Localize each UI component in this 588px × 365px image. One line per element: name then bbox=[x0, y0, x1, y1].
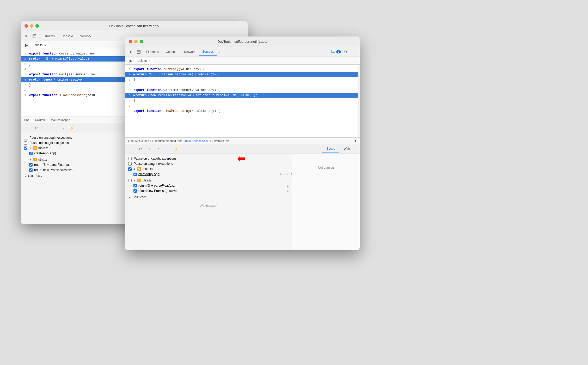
step-into-back[interactable]: ↓ bbox=[42, 125, 48, 131]
exception-caught-checkbox-back[interactable] bbox=[24, 141, 27, 145]
exception-uncaught-checkbox-back[interactable] bbox=[24, 136, 27, 139]
exception-caught-checkbox-front[interactable] bbox=[128, 162, 132, 166]
panel-toggle-front[interactable]: ▶ bbox=[127, 57, 134, 64]
bp-return1-line-front: 2 bbox=[287, 184, 289, 187]
file-tab-utils-back[interactable]: utils.ts ✕ bbox=[31, 42, 49, 48]
step-out-front[interactable]: ↑ bbox=[155, 145, 162, 152]
bp-return1-checkbox-front[interactable] bbox=[133, 184, 137, 187]
file-tab-bar-front: ▶ utils.ts ✕ bbox=[125, 57, 360, 65]
call-stack-header-front[interactable]: ▼ Call Stack bbox=[125, 194, 292, 200]
step-over-back[interactable]: ↩ bbox=[33, 125, 40, 131]
title-bar-back: DevTools - coffee-cart.netlify.app/ bbox=[21, 21, 248, 31]
maximize-button-front[interactable] bbox=[140, 40, 143, 43]
bp-return1-label-back: return '$' + parseFloat(va... bbox=[34, 163, 71, 167]
minimize-button-back[interactable] bbox=[30, 24, 33, 28]
step-out-back[interactable]: ↑ bbox=[51, 125, 57, 131]
file-tab-close-front[interactable]: ✕ bbox=[148, 59, 150, 62]
deactivate-front[interactable]: ⚡ bbox=[173, 145, 179, 152]
not-paused-front: Not paused bbox=[125, 200, 292, 212]
code-line-9-front: 9 export function slowProcessing(results… bbox=[125, 108, 358, 114]
scope-tab[interactable]: Scope bbox=[322, 145, 339, 153]
deactivate-back[interactable]: ⚡ bbox=[68, 125, 75, 131]
tab-elements-front[interactable]: Elements bbox=[143, 48, 162, 55]
tab-right-icons-front: 1 ⚙ ⋮ bbox=[331, 48, 358, 56]
bp-createapp-checkbox-back[interactable] bbox=[29, 152, 33, 155]
chevron-main-front: ▼ bbox=[133, 168, 136, 171]
chat-icon bbox=[331, 50, 335, 54]
tab-network-back[interactable]: Network bbox=[77, 33, 94, 40]
dock-icon[interactable] bbox=[31, 33, 38, 40]
left-panel-front: Pause on uncaught exceptions Pause on ca… bbox=[125, 154, 292, 250]
tab-console-back[interactable]: Console bbox=[58, 33, 76, 40]
bp-return2-label-front: return new Promise(resolve... bbox=[138, 189, 179, 193]
remove-icon[interactable]: ✕ bbox=[283, 172, 286, 176]
code-line-8-front: 8 bbox=[125, 103, 358, 108]
minimize-button-front[interactable] bbox=[134, 40, 138, 43]
exception-uncaught-checkbox-front[interactable] bbox=[128, 157, 132, 160]
bp-return2-line-front: 6 bbox=[287, 189, 289, 192]
tab-more-front[interactable]: » bbox=[217, 49, 222, 55]
bp-return2-checkbox-back[interactable] bbox=[29, 168, 33, 172]
continue-back[interactable]: → bbox=[59, 125, 66, 131]
bp-createapp-label-front: createApp(App) bbox=[138, 172, 160, 176]
tab-sources-front[interactable]: Sources bbox=[199, 48, 217, 56]
tab-console-front[interactable]: Console bbox=[163, 48, 180, 55]
settings-icon-front[interactable]: ⚙ bbox=[342, 48, 349, 56]
exception-uncaught-front: Pause on uncaught exceptions bbox=[125, 156, 292, 161]
chevron-utils-front: ▼ bbox=[133, 179, 136, 182]
expand-btn-front[interactable]: ⬇ bbox=[354, 139, 357, 143]
code-line-7-front: 7 } bbox=[125, 98, 358, 103]
close-button-front[interactable] bbox=[129, 40, 132, 43]
scrollbar-front[interactable] bbox=[358, 65, 360, 137]
code-area-front: 1 export function currency(value: any) {… bbox=[125, 65, 358, 137]
bp-item-return1-front: return '$' + parseFloat(va... 2 bbox=[125, 183, 292, 188]
editor-area-front: 1 export function currency(value: any) {… bbox=[125, 65, 360, 138]
more-icon-front[interactable]: ⋮ bbox=[350, 48, 358, 56]
bp-utils-checkbox-front[interactable] bbox=[128, 179, 132, 182]
bp-createapp-line-front: 7 bbox=[287, 173, 289, 176]
maximize-button-back[interactable] bbox=[35, 24, 39, 28]
window-body-front: Elements Console Network Sources » 1 ⚙ ⋮… bbox=[125, 47, 360, 250]
tab-elements-back[interactable]: Elements bbox=[39, 33, 58, 40]
window-title-front: DevTools - coffee-cart.netlify.app/ bbox=[217, 40, 267, 44]
chevron-callstack-back: ▼ bbox=[24, 175, 27, 178]
step-into-front[interactable]: ↓ bbox=[146, 145, 153, 152]
file-tab-close-back[interactable]: ✕ bbox=[44, 44, 46, 47]
bp-utils-checkbox-back[interactable] bbox=[24, 158, 27, 161]
chat-badge-area: 1 bbox=[331, 50, 341, 54]
bp-main-checkbox-back[interactable] bbox=[24, 147, 27, 150]
svg-rect-0 bbox=[33, 35, 36, 38]
bp-item-return2-front: return new Promise(resolve... 6 bbox=[125, 188, 292, 193]
bp-section-main-header-front[interactable]: ▼ ⬡ main.ts bbox=[125, 166, 292, 172]
dock-icon-front[interactable] bbox=[135, 48, 142, 56]
bp-return1-checkbox-back[interactable] bbox=[29, 163, 33, 167]
exception-caught-label-front: Pause on caught exceptions bbox=[134, 162, 173, 166]
file-tab-utils-front[interactable]: utils.ts ✕ bbox=[135, 58, 153, 64]
cursor-icon-front[interactable] bbox=[127, 48, 134, 56]
step-over-front[interactable]: ↩ bbox=[137, 145, 144, 152]
close-button-back[interactable] bbox=[24, 24, 28, 28]
panel-toggle-back[interactable]: ▶ bbox=[23, 41, 30, 49]
title-bar-front: DevTools - coffee-cart.netlify.app/ bbox=[125, 36, 360, 47]
pause-btn-front[interactable]: ⏸ bbox=[128, 145, 135, 152]
bp-section-utils-front: ▼ ⬡ utils.ts return '$' + parseFloat(va.… bbox=[125, 178, 292, 193]
code-line-2-front: 2 ▶return '$' + ▷parseFloat(value).▷toFi… bbox=[125, 72, 358, 77]
bp-main-checkbox-front[interactable] bbox=[128, 167, 132, 171]
edit-icon[interactable]: ✏ bbox=[280, 172, 282, 176]
tab-network-front[interactable]: Network bbox=[181, 48, 199, 55]
watch-tab[interactable]: Watch bbox=[339, 145, 357, 153]
code-line-3-front: 3 } bbox=[125, 77, 358, 82]
bp-section-main-front: ▼ ⬡ main.ts createApp(App) ✏ ✕ bbox=[125, 166, 292, 177]
main-content-front: ▶ utils.ts ✕ 1 export function currency(… bbox=[125, 57, 360, 250]
status-bar-front: Line 13, Column 51 (source mapped from i… bbox=[125, 138, 360, 144]
cursor-icon[interactable] bbox=[23, 33, 30, 40]
status-link-front[interactable]: index.1ac4eab2.js bbox=[185, 139, 208, 142]
continue-front[interactable]: → bbox=[164, 145, 170, 152]
bp-section-utils-header-front[interactable]: ▼ ⬡ utils.ts bbox=[125, 178, 292, 183]
chevron-utils-back: ▼ bbox=[29, 158, 32, 161]
utils-file-icon-front: ⬡ bbox=[137, 179, 141, 182]
bp-createapp-checkbox-front[interactable] bbox=[133, 173, 137, 176]
bp-return2-checkbox-front[interactable] bbox=[133, 189, 137, 193]
file-tab-name-back: utils.ts bbox=[34, 43, 42, 47]
pause-btn-back[interactable]: ⏸ bbox=[24, 125, 31, 131]
